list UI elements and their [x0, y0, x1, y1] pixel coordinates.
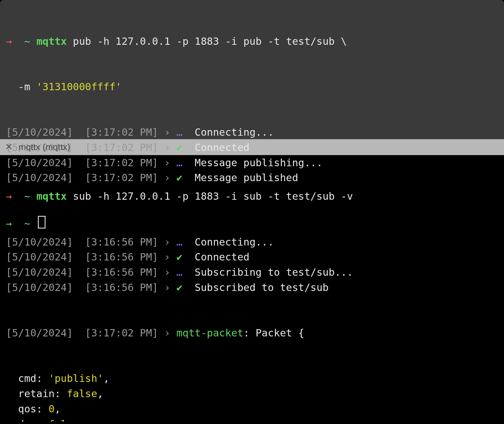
log-time: [3:17:02 PM]	[85, 142, 158, 154]
prompt-arrow-icon: →	[6, 35, 12, 47]
log-line: [5/10/2024] [3:17:02 PM] › … Connecting.…	[6, 125, 498, 140]
cursor-icon	[38, 216, 46, 229]
status-icon: ✔	[176, 142, 182, 154]
packet-key: cmd:	[6, 373, 49, 385]
log-time: [3:17:02 PM]	[85, 172, 158, 184]
packet-key: dup:	[6, 418, 49, 422]
log-sep: ›	[164, 236, 170, 248]
packet-key: retain:	[6, 388, 67, 400]
command-args: pub -h 127.0.0.1 -p 1883 -i pub -t test/…	[67, 35, 347, 47]
log-date: [5/10/2024]	[6, 327, 73, 339]
log-date: [5/10/2024]	[6, 126, 73, 138]
log-time: [3:16:56 PM]	[85, 236, 158, 248]
packet-field: qos: 0,	[6, 401, 498, 417]
log-time: [3:17:02 PM]	[85, 157, 158, 169]
log-sep: ›	[164, 282, 170, 294]
command-name: mqttx	[36, 35, 67, 47]
log-line: [5/10/2024] [3:16:56 PM] › … Connecting.…	[6, 235, 498, 250]
log-message: Connected	[195, 142, 249, 154]
command-args-cont: -m	[6, 81, 36, 93]
log-message: Message publishing...	[195, 157, 323, 169]
log-sep: ›	[164, 327, 170, 339]
packet-field: dup: false,	[6, 417, 498, 422]
log-date: [5/10/2024]	[6, 266, 73, 278]
prompt-arrow-icon: →	[6, 190, 12, 202]
packet-field: cmd: 'publish',	[6, 371, 498, 386]
log-message: Connecting...	[195, 236, 274, 248]
log-line: [5/10/2024] [3:16:56 PM] › … Subscribing…	[6, 265, 498, 280]
status-icon: …	[176, 236, 182, 248]
prompt-line: → ~ mqttx sub -h 127.0.0.1 -p 1883 -i su…	[6, 189, 498, 204]
packet-field: retain: false,	[6, 386, 498, 401]
log-message: Connecting...	[195, 126, 274, 138]
log-message: Subscribed to test/sub	[195, 282, 329, 294]
terminal-pane-bottom[interactable]: → ~ mqttx sub -h 127.0.0.1 -p 1883 -i su…	[0, 155, 504, 422]
log-date: [5/10/2024]	[6, 282, 73, 294]
log-time: [3:16:56 PM]	[85, 251, 158, 263]
log-sep: ›	[164, 157, 170, 169]
log-date: [5/10/2024]	[6, 157, 73, 169]
packet-key: qos:	[6, 403, 49, 415]
packet-value: false	[67, 388, 97, 400]
log-message: Connected	[195, 251, 249, 263]
log-time: [3:16:56 PM]	[85, 282, 158, 294]
terminal-pane-top[interactable]: → ~ mqttx pub -h 127.0.0.1 -p 1883 -i pu…	[0, 0, 504, 139]
packet-value: 0	[48, 403, 54, 415]
status-icon: ✔	[176, 172, 182, 184]
command-args: sub -h 127.0.0.1 -p 1883 -i sub -t test/…	[67, 190, 353, 202]
status-icon: ✔	[176, 251, 182, 263]
log-message: Message published	[195, 172, 298, 184]
packet-suffix: : Packet {	[243, 327, 304, 339]
prompt-line-2: -m '31310000ffff'	[6, 79, 498, 95]
log-date: [5/10/2024]	[6, 236, 73, 248]
log-message: Subscribing to test/sub...	[195, 266, 353, 278]
packet-label: mqtt-packet	[176, 327, 243, 339]
command-string-arg: '31310000ffff'	[36, 81, 122, 93]
log-sep: ›	[164, 266, 170, 278]
prompt-line-1: → ~ mqttx pub -h 127.0.0.1 -p 1883 -i pu…	[6, 34, 498, 49]
packet-header: [5/10/2024] [3:17:02 PM] › mqtt-packet: …	[6, 325, 498, 341]
log-time: [3:16:56 PM]	[85, 266, 158, 278]
close-icon[interactable]: ✕	[5, 140, 13, 155]
prompt-tilde: ~	[24, 190, 30, 202]
status-icon: …	[176, 126, 182, 138]
log-time: [3:17:02 PM]	[85, 327, 158, 339]
packet-value: false	[48, 418, 79, 422]
log-line: [5/10/2024] [3:16:56 PM] › ✔ Subscribed …	[6, 280, 498, 295]
status-icon: …	[176, 157, 182, 169]
packet-value: 'publish'	[48, 373, 103, 385]
log-sep: ›	[164, 172, 170, 184]
status-icon: ✔	[176, 282, 182, 294]
log-sep: ›	[164, 126, 170, 138]
prompt-tilde: ~	[24, 35, 30, 47]
command-name: mqttx	[36, 190, 67, 202]
status-icon: …	[176, 266, 182, 278]
log-sep: ›	[164, 142, 170, 154]
tab-title[interactable]: mqttx (mqttx)	[19, 140, 70, 155]
log-date: [5/10/2024]	[6, 251, 73, 263]
log-time: [3:17:02 PM]	[85, 126, 158, 138]
log-line: [5/10/2024] [3:16:56 PM] › ✔ Connected	[6, 249, 498, 265]
log-sep: ›	[164, 251, 170, 263]
